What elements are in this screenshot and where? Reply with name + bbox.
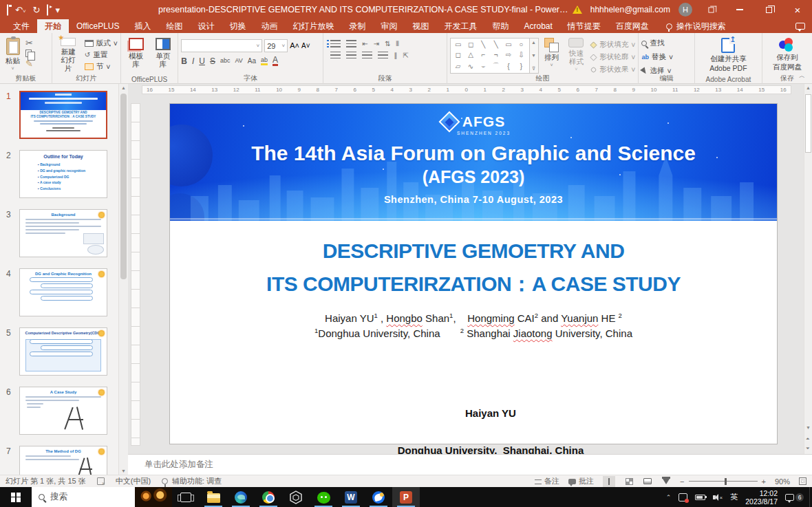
replace-button[interactable]: ab替换 ˅ xyxy=(641,52,673,62)
paste-button[interactable]: 粘贴˅ xyxy=(3,36,23,74)
comments-toggle[interactable]: 批注 xyxy=(568,476,594,486)
align-left-icon[interactable] xyxy=(330,52,341,59)
new-slide-button[interactable]: 新建 幻灯片 xyxy=(55,36,82,74)
taskbar-edge[interactable] xyxy=(227,487,255,507)
ribbon-display-options-icon[interactable] xyxy=(701,0,721,19)
change-case-button[interactable]: Aa xyxy=(248,58,256,65)
shape-icon[interactable]: ▭ xyxy=(505,41,511,48)
slide-thumbnail-7[interactable]: The Method of DG xyxy=(19,446,107,475)
notification-center[interactable]: 6 xyxy=(785,493,804,501)
comments-icon[interactable] xyxy=(795,23,805,30)
decrease-indent-icon[interactable]: ⇤ xyxy=(362,41,367,47)
save-to-netdisk-button[interactable]: 保存到百度网盘 xyxy=(770,36,804,74)
start-button[interactable] xyxy=(0,487,32,507)
slide-thumbnail-5[interactable]: Computerized Descriptive Geometry(CDG) xyxy=(19,327,107,376)
highlight-color-button[interactable]: ab xyxy=(261,57,268,65)
notes-toggle[interactable]: 备注 xyxy=(535,476,559,486)
bullets-icon[interactable] xyxy=(330,40,341,47)
template-library-button[interactable]: 模板库 xyxy=(124,36,148,74)
underline-button[interactable]: U xyxy=(199,57,205,65)
avatar[interactable]: H xyxy=(679,3,692,17)
tab-Acrobat[interactable]: Acrobat xyxy=(516,19,559,33)
slide-sorter-view-button[interactable] xyxy=(624,477,634,486)
quick-styles-button[interactable]: 快速样式˅ xyxy=(565,36,588,74)
tab-绘图[interactable]: 绘图 xyxy=(158,19,190,33)
shape-effects-button[interactable]: 形状效果 ˅ xyxy=(590,65,635,74)
affiliations-line[interactable]: 1Donghua University, China 2 Shanghai Ji… xyxy=(170,327,777,340)
tell-me-search[interactable]: 操作说明搜索 xyxy=(656,19,726,33)
redo-icon[interactable]: ↻ xyxy=(33,6,41,14)
zoom-out-icon[interactable]: − xyxy=(680,477,684,486)
cut-icon[interactable]: ✂ xyxy=(25,39,33,47)
slide-thumbnail-1[interactable]: DESCRIPTIVE GEMOETRY AND ITS COMPUTERIRZ… xyxy=(19,91,107,139)
next-slide-icon[interactable]: ⏷ xyxy=(806,446,810,451)
taskbar-powerpoint[interactable]: P xyxy=(392,487,420,507)
fit-slide-icon[interactable] xyxy=(799,477,806,485)
thumbnail-scrollbar[interactable]: ▲ ▼ xyxy=(118,84,128,475)
scroll-down-icon[interactable]: ▼ xyxy=(806,425,811,430)
slide-title-line1[interactable]: DESCRIPTIVE GEMOETRY AND xyxy=(170,237,777,265)
taskbar-word[interactable]: W xyxy=(337,487,365,507)
taskbar-task-view[interactable] xyxy=(172,487,200,507)
spotlight-widget[interactable] xyxy=(135,487,172,507)
shape-icon[interactable]: ⌣ xyxy=(481,62,486,70)
tab-插入[interactable]: 插入 xyxy=(127,19,158,33)
vertical-ruler[interactable] xyxy=(128,95,142,454)
save-icon[interactable] xyxy=(7,6,8,14)
shape-icon[interactable]: ◻ xyxy=(456,51,461,58)
normal-view-button[interactable] xyxy=(603,476,615,487)
notes-pane[interactable]: 单击此处添加备注 xyxy=(128,454,812,475)
zoom-slider[interactable]: − + xyxy=(680,477,766,486)
slideshow-view-button[interactable] xyxy=(661,477,671,486)
tab-录制[interactable]: 录制 xyxy=(341,19,373,33)
font-color-button[interactable]: A xyxy=(273,56,278,66)
ime-indicator[interactable]: 英 xyxy=(730,492,738,502)
scroll-up-icon[interactable]: ▲ xyxy=(121,85,126,90)
restore-button[interactable] xyxy=(758,0,779,19)
shape-icon[interactable]: ⇨ xyxy=(506,51,511,58)
shape-fill-button[interactable]: 形状填充 ˅ xyxy=(590,40,635,50)
shape-icon[interactable]: ╲ xyxy=(494,41,498,48)
shape-icon[interactable]: ⌐ xyxy=(481,51,485,58)
authors-line[interactable]: Haiyan YU1 , Hongbo Shan1, Hongming CAI2… xyxy=(170,312,777,325)
arrange-button[interactable]: 排列˅ xyxy=(542,36,562,74)
slide-thumbnail-4[interactable]: DG and Graphic Recognition xyxy=(19,268,107,316)
grow-font-icon[interactable]: A˄ xyxy=(290,42,299,50)
zoom-slider-thumb[interactable] xyxy=(725,478,727,485)
notes-placeholder[interactable]: 单击此处添加备注 xyxy=(145,459,213,471)
slide-thumbnail-6[interactable]: A Case Study xyxy=(19,387,107,435)
text-direction-icon[interactable]: ⫴ xyxy=(396,41,399,47)
battery-icon[interactable] xyxy=(695,495,705,500)
taskbar-search-input[interactable]: 搜索 xyxy=(32,487,135,507)
tab-审阅[interactable]: 审阅 xyxy=(373,19,405,33)
scroll-up-icon[interactable]: ▲ xyxy=(806,85,811,90)
create-share-pdf-button[interactable]: 创建并共享Adobe PDF xyxy=(707,36,749,74)
tab-文件[interactable]: 文件 xyxy=(6,19,37,33)
previous-slide-icon[interactable]: ⏶ xyxy=(806,436,810,442)
slide-canvas[interactable]: AFGS SHENZHEN 2023 The 14th Asia Forum o… xyxy=(169,103,778,444)
shape-icon[interactable]: △ xyxy=(468,51,473,58)
customize-qat-icon[interactable]: ▾ xyxy=(55,6,60,14)
horizontal-ruler[interactable]: 1615141312111098765432101234567891011121… xyxy=(142,85,791,94)
columns-icon[interactable]: ∥ xyxy=(394,52,397,59)
slide-thumbnail-2[interactable]: Outline for TodayBackgroundDG and graphi… xyxy=(19,150,107,198)
tab-设计[interactable]: 设计 xyxy=(190,19,222,33)
section-button[interactable]: 节 ˅ xyxy=(85,62,118,72)
copy-icon[interactable] xyxy=(25,50,32,57)
tab-开发工具[interactable]: 开发工具 xyxy=(436,19,484,33)
tab-情节提要[interactable]: 情节提要 xyxy=(560,19,608,33)
slide-workspace[interactable]: AFGS SHENZHEN 2023 The 14th Asia Forum o… xyxy=(142,95,804,454)
spell-check-icon[interactable] xyxy=(97,477,105,485)
tab-开始[interactable]: 开始 xyxy=(37,19,69,33)
reading-view-button[interactable] xyxy=(643,477,652,486)
line-spacing-icon[interactable]: ⇅ xyxy=(385,41,390,47)
speaker-block[interactable]: Haiyan YU Donghua University, Shanghai, … xyxy=(187,382,794,454)
shape-icon[interactable]: ○ xyxy=(519,41,523,48)
shape-icon[interactable]: ¬ xyxy=(494,51,498,58)
shape-icon[interactable]: } xyxy=(520,63,522,70)
shape-icon[interactable]: ◻ xyxy=(468,41,473,48)
find-button[interactable]: 查找 xyxy=(641,39,673,48)
italic-button[interactable]: I xyxy=(192,57,194,65)
increase-indent-icon[interactable]: ⇥ xyxy=(374,41,379,47)
tab-切换[interactable]: 切换 xyxy=(222,19,253,33)
